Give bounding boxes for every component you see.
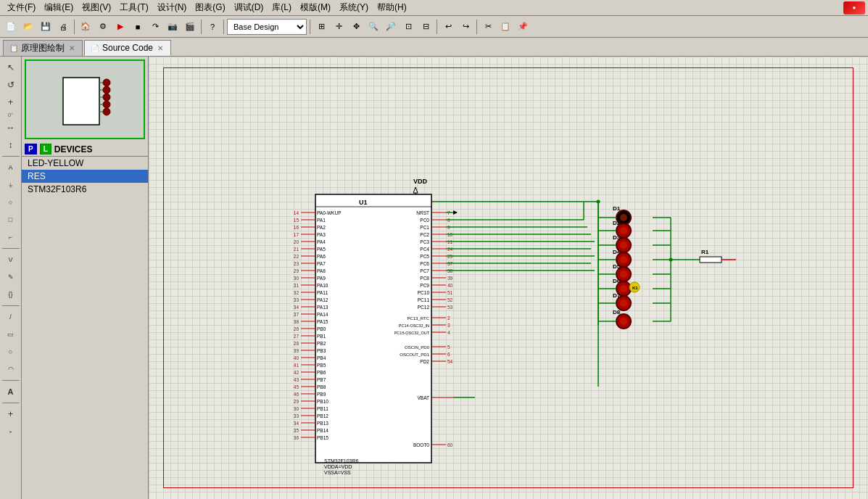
box-tool[interactable]: ▭ xyxy=(2,326,20,342)
zoom-out-left[interactable]: - xyxy=(2,424,20,440)
svg-text:PA4: PA4 xyxy=(317,239,326,244)
wire-tool[interactable]: ↔ xyxy=(2,120,20,136)
marker-tool[interactable]: ✎ xyxy=(2,269,20,285)
tab-source-close[interactable]: ✕ xyxy=(156,44,165,52)
sep1 xyxy=(74,20,75,34)
toolbar: 📄 📂 💾 🖨 🏠 ⚙ ▶ ■ ↷ 📷 🎬 ? Base Design ⊞ ✛ … xyxy=(0,16,868,38)
svg-text:STM32F103R6: STM32F103R6 xyxy=(324,458,359,463)
rotate-tool[interactable]: ↺ xyxy=(2,77,20,93)
pan-btn[interactable]: ✥ xyxy=(348,19,364,35)
film-btn[interactable]: 🎬 xyxy=(182,19,198,35)
menu-library[interactable]: 库(L) xyxy=(268,0,296,15)
svg-text:40: 40 xyxy=(294,355,299,360)
tab-schematic[interactable]: 📋 原理图绘制 ✕ xyxy=(3,40,83,56)
svg-text:PA0-WKUP: PA0-WKUP xyxy=(317,210,341,215)
svg-point-4 xyxy=(103,101,110,108)
device-list: LED-YELLOW RES STM32F103R6 xyxy=(22,157,148,499)
run-btn[interactable]: ▶ xyxy=(112,19,128,35)
svg-text:PC8: PC8 xyxy=(420,276,429,281)
svg-text:26: 26 xyxy=(294,326,299,331)
menu-edit[interactable]: 编辑(E) xyxy=(40,0,78,15)
label-tool[interactable]: A xyxy=(2,160,20,176)
svg-text:31: 31 xyxy=(294,283,299,288)
sep6 xyxy=(476,20,477,34)
svg-text:PA11: PA11 xyxy=(317,290,328,295)
svg-text:BOOT0: BOOT0 xyxy=(413,442,429,448)
svg-text:OSCOUT_PD1: OSCOUT_PD1 xyxy=(400,352,429,357)
config-btn[interactable]: ⚙ xyxy=(95,19,111,35)
stop-btn[interactable]: ■ xyxy=(130,19,146,35)
zoom-in-btn[interactable]: 🔍 xyxy=(365,19,381,35)
bus-tool[interactable]: ↕ xyxy=(2,137,20,153)
text-tool[interactable]: A xyxy=(2,384,20,400)
port-tool[interactable]: □ xyxy=(2,212,20,228)
probe-tool[interactable]: V xyxy=(2,252,20,268)
step-btn[interactable]: ↷ xyxy=(147,19,163,35)
line-tool[interactable]: / xyxy=(2,309,20,325)
help-btn[interactable]: ? xyxy=(204,19,220,35)
paste-btn[interactable]: 📌 xyxy=(515,19,531,35)
grid-btn[interactable]: ⊞ xyxy=(313,19,329,35)
svg-text:17: 17 xyxy=(294,232,299,237)
canvas-area[interactable]: VDD U1 STM32F103R6 VDDA=VDD VSSA=VSS xyxy=(149,57,868,499)
menu-file[interactable]: 文件(F) xyxy=(3,0,40,15)
menu-template[interactable]: 模版(M) xyxy=(296,0,335,15)
cut-btn[interactable]: ✂ xyxy=(480,19,496,35)
menu-system[interactable]: 系统(Y) xyxy=(335,0,373,15)
svg-text:PC11: PC11 xyxy=(418,297,430,302)
arc-tool[interactable]: ◠ xyxy=(2,361,20,377)
tab-schematic-label: 原理图绘制 xyxy=(21,42,65,54)
svg-text:PB7: PB7 xyxy=(317,377,326,382)
menu-design[interactable]: 设计(N) xyxy=(153,0,191,15)
design-select[interactable]: Base Design xyxy=(227,19,307,35)
svg-text:37: 37 xyxy=(294,312,299,317)
schematic-svg: VDD U1 STM32F103R6 VDDA=VDD VSSA=VSS xyxy=(149,57,868,499)
svg-text:PC4: PC4 xyxy=(420,247,429,252)
svg-point-219 xyxy=(620,318,627,325)
svg-text:D8: D8 xyxy=(613,309,621,316)
svg-text:39: 39 xyxy=(294,348,299,353)
tab-source[interactable]: 📄 Source Code ✕ xyxy=(84,40,171,56)
redo-btn[interactable]: ↪ xyxy=(458,19,474,35)
menu-tools[interactable]: 工具(T) xyxy=(115,0,152,15)
save-btn[interactable]: 💾 xyxy=(38,19,54,35)
svg-text:60: 60 xyxy=(447,442,453,448)
menu-graph[interactable]: 图表(G) xyxy=(191,0,229,15)
menu-debug[interactable]: 调试(D) xyxy=(230,0,268,15)
svg-text:PB2: PB2 xyxy=(317,341,326,346)
add-component-tool[interactable]: + xyxy=(2,94,20,110)
camera-btn[interactable]: 📷 xyxy=(165,19,181,35)
menu-help[interactable]: 帮助(H) xyxy=(373,0,411,15)
bus-entry-tool[interactable]: ⌐ xyxy=(2,229,20,245)
print-btn[interactable]: 🖨 xyxy=(55,19,71,35)
new-btn[interactable]: 📄 xyxy=(3,19,19,35)
sep4 xyxy=(310,20,310,34)
home-btn[interactable]: 🏠 xyxy=(78,19,94,35)
zoom-fit-btn[interactable]: ⊡ xyxy=(400,19,416,35)
copy-btn[interactable]: 📋 xyxy=(497,19,513,35)
btn-l[interactable]: L xyxy=(40,144,51,154)
zoom-out-btn[interactable]: 🔎 xyxy=(383,19,399,35)
svg-text:PA6: PA6 xyxy=(317,254,326,259)
device-stm32[interactable]: STM32F103R6 xyxy=(22,183,148,196)
crosshair-btn[interactable]: ✛ xyxy=(331,19,347,35)
svg-text:PC10: PC10 xyxy=(418,290,430,295)
svg-text:PA12: PA12 xyxy=(317,297,328,302)
svg-text:29: 29 xyxy=(294,399,299,404)
menu-view[interactable]: 视图(V) xyxy=(78,0,115,15)
svg-text:VBAT: VBAT xyxy=(418,395,430,400)
tab-schematic-close[interactable]: ✕ xyxy=(67,44,76,52)
zoom-in-left[interactable]: + xyxy=(2,406,20,422)
zoom-area-btn[interactable]: ⊟ xyxy=(418,19,434,35)
open-btn[interactable]: 📂 xyxy=(20,19,36,35)
device-res[interactable]: RES xyxy=(22,170,148,183)
circle-tool[interactable]: ○ xyxy=(2,344,20,360)
select-tool[interactable]: ↖ xyxy=(2,59,20,75)
undo-btn[interactable]: ↩ xyxy=(440,19,456,35)
pin-tool[interactable]: ○ xyxy=(2,194,20,210)
btn-p[interactable]: P xyxy=(25,144,37,154)
power-tool[interactable]: ⏚ xyxy=(2,177,20,193)
script-tool[interactable]: {} xyxy=(2,286,20,302)
device-led-yellow[interactable]: LED-YELLOW xyxy=(22,157,148,170)
svg-text:29: 29 xyxy=(294,268,299,273)
